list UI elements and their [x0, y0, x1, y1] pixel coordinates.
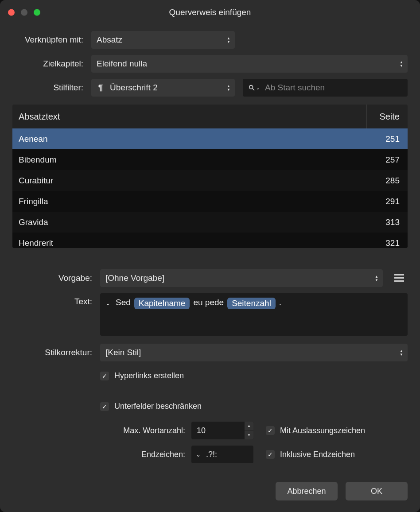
search-icon: ⌄: [248, 84, 260, 91]
style-correct-value: [Kein Stil]: [105, 348, 141, 357]
endchars-label: Endzeichen:: [12, 450, 191, 459]
link-with-label: Verknüpfen mit:: [12, 35, 83, 45]
minimize-window-button[interactable]: [21, 9, 27, 16]
svg-line-1: [253, 89, 254, 90]
row-page: 313: [367, 217, 408, 227]
row-text: Gravida: [12, 217, 367, 227]
svg-point-0: [249, 85, 253, 89]
table-row[interactable]: Hendrerit321: [12, 233, 408, 248]
preset-value: [Ohne Vorgabe]: [105, 273, 164, 283]
style-correct-dropdown[interactable]: [Kein Stil] ▲▼: [100, 344, 408, 361]
table-body: Aenean251Bibendum257Curabitur285Fringill…: [12, 128, 408, 248]
table-row[interactable]: Fringilla291: [12, 191, 408, 212]
table-row[interactable]: Curabitur285: [12, 170, 408, 191]
dropdown-stepper-icon: ▲▼: [375, 275, 378, 282]
titlebar: Querverweis einfügen: [0, 0, 420, 25]
style-filter-label: Stilfilter:: [12, 83, 83, 93]
traffic-lights: [8, 9, 40, 16]
svg-rect-3: [394, 277, 404, 279]
chevron-down-icon: ⌄: [256, 85, 260, 90]
endchars-input[interactable]: ⌄ .?!:: [191, 446, 253, 463]
dropdown-stepper-icon: ▲▼: [227, 85, 230, 91]
row-page: 257: [367, 155, 408, 165]
text-field[interactable]: ⌄ Sed Kapitelname eu pede Seitenzahl .: [100, 293, 408, 336]
dropdown-stepper-icon: ▲▼: [400, 61, 403, 67]
dialog-window: Querverweis einfügen Verknüpfen mit: Abs…: [0, 0, 420, 512]
max-words-value: 10: [197, 426, 206, 435]
row-text: Bibendum: [12, 155, 367, 165]
chevron-down-icon[interactable]: ⌄: [196, 452, 202, 458]
cancel-button[interactable]: Abbrechen: [276, 482, 338, 500]
row-text: Hendrerit: [12, 238, 367, 248]
field-page-number[interactable]: Seitenzahl: [227, 298, 276, 309]
ellipsis-checkbox[interactable]: ✓: [266, 426, 275, 435]
endchars-value: .?!:: [206, 450, 217, 459]
limit-subfields-checkbox[interactable]: ✓: [100, 402, 109, 411]
link-with-dropdown[interactable]: Absatz ▲▼: [91, 31, 235, 49]
hyperlinks-label: Hyperlinks erstellen: [114, 371, 184, 380]
search-box[interactable]: ⌄: [243, 79, 408, 97]
col-header-page[interactable]: Seite: [367, 105, 408, 128]
table-row[interactable]: Bibendum257: [12, 149, 408, 170]
row-text: Curabitur: [12, 176, 367, 186]
chapter-value: Eleifend nulla: [97, 59, 147, 69]
include-endchars-checkbox[interactable]: ✓: [266, 450, 275, 459]
text-part-after: .: [279, 298, 281, 307]
table-row[interactable]: Gravida313: [12, 212, 408, 233]
row-page: 251: [367, 134, 408, 144]
row-text: Aenean: [12, 134, 367, 144]
max-words-label: Max. Wortanzahl:: [12, 426, 191, 435]
dropdown-stepper-icon: ▲▼: [227, 37, 230, 43]
link-with-value: Absatz: [97, 35, 122, 45]
ellipsis-label: Mit Auslassungszeichen: [280, 426, 365, 435]
search-input[interactable]: [264, 82, 402, 93]
number-stepper[interactable]: ▲ ▼: [245, 422, 253, 439]
chapter-label: Zielkapitel:: [12, 59, 83, 69]
dropdown-stepper-icon: ▲▼: [400, 349, 403, 356]
window-title: Querverweis einfügen: [169, 8, 251, 17]
row-page: 291: [367, 197, 408, 206]
paragraph-icon: ¶: [97, 83, 105, 93]
preset-menu-button[interactable]: [391, 270, 408, 287]
text-part-mid: eu pede: [193, 298, 224, 307]
table-header: Absatztext Seite: [12, 105, 408, 128]
zoom-window-button[interactable]: [34, 9, 40, 16]
include-endchars-label: Inklusive Endzeichen: [280, 450, 355, 459]
hyperlinks-checkbox[interactable]: ✓: [100, 372, 109, 380]
preset-dropdown[interactable]: [Ohne Vorgabe] ▲▼: [100, 269, 383, 287]
row-text: Fringilla: [12, 197, 367, 206]
table-row[interactable]: Aenean251: [12, 128, 408, 149]
text-label: Text:: [12, 293, 92, 306]
ok-button[interactable]: OK: [346, 482, 408, 500]
chapter-dropdown[interactable]: Eleifend nulla ▲▼: [91, 55, 408, 73]
style-correct-label: Stilkorrektur:: [12, 348, 92, 357]
max-words-input[interactable]: 10 ▲ ▼: [191, 422, 253, 439]
row-page: 321: [367, 238, 408, 248]
text-part-before: Sed: [116, 298, 131, 307]
col-header-text[interactable]: Absatztext: [12, 105, 367, 128]
close-window-button[interactable]: [8, 9, 15, 16]
paragraph-table: Absatztext Seite Aenean251Bibendum257Cur…: [12, 105, 408, 248]
style-filter-dropdown[interactable]: ¶ Überschrift 2 ▲▼: [91, 79, 235, 97]
limit-subfields-label: Unterfelder beschränken: [114, 402, 202, 411]
chevron-down-icon[interactable]: ⌄: [105, 298, 112, 309]
preset-label: Vorgabe:: [12, 273, 92, 283]
svg-rect-4: [394, 280, 404, 282]
field-chapter-name[interactable]: Kapitelname: [134, 298, 190, 309]
stepper-up-icon[interactable]: ▲: [245, 422, 253, 431]
row-page: 285: [367, 176, 408, 186]
style-filter-value: Überschrift 2: [110, 83, 158, 93]
stepper-down-icon[interactable]: ▼: [245, 431, 253, 440]
svg-rect-2: [394, 274, 404, 275]
